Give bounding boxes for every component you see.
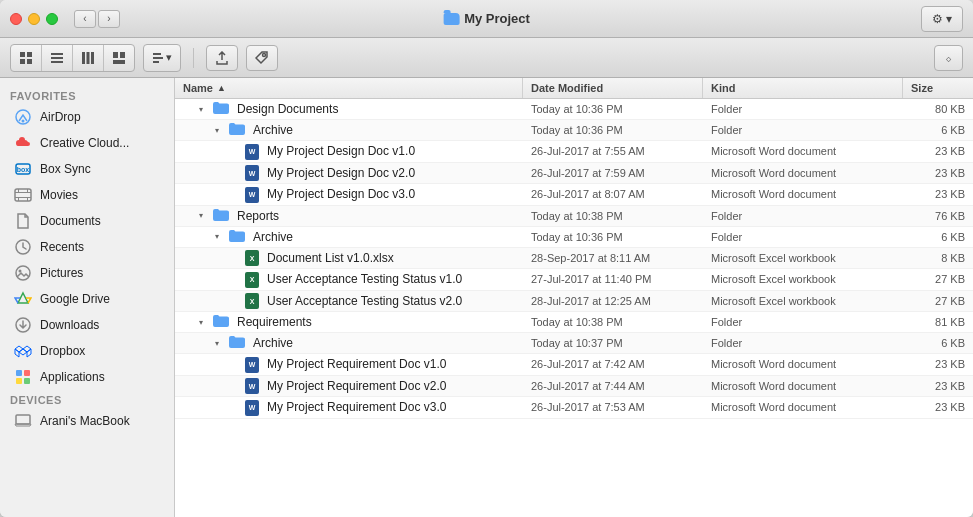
share-button[interactable] [206, 45, 238, 71]
sidebar-item-recents[interactable]: Recents [4, 234, 170, 260]
dropbox-toolbar-button[interactable]: ⬦ [934, 45, 963, 71]
table-row[interactable]: ▾ReportsToday at 10:38 PMFolder76 KB [175, 206, 973, 227]
sidebar-item-dropbox[interactable]: Dropbox [4, 338, 170, 364]
file-name: My Project Requirement Doc v1.0 [267, 357, 446, 371]
table-row[interactable]: WMy Project Requirement Doc v3.026-Jul-2… [175, 397, 973, 419]
window-title-area: My Project [443, 11, 530, 26]
table-row[interactable]: WMy Project Design Doc v1.026-Jul-2017 a… [175, 141, 973, 163]
folder-icon [213, 101, 229, 117]
svg-rect-2 [20, 59, 25, 64]
file-size: 23 KB [903, 165, 973, 181]
col-header-name[interactable]: Name ▲ [175, 78, 523, 98]
svg-text:box: box [17, 166, 30, 173]
file-table: Name ▲ Date Modified Kind Size ▾Design D… [175, 78, 973, 517]
table-body: ▾Design DocumentsToday at 10:36 PMFolder… [175, 99, 973, 419]
file-name: My Project Design Doc v2.0 [267, 166, 415, 180]
file-name: Requirements [237, 315, 312, 329]
sidebar-item-airdrop[interactable]: AirDrop [4, 104, 170, 130]
airdrop-icon [14, 108, 32, 126]
file-name: My Project Design Doc v1.0 [267, 144, 415, 158]
file-date: Today at 10:36 PM [523, 101, 703, 117]
svg-rect-0 [20, 52, 25, 57]
sidebar-item-downloads[interactable]: Downloads [4, 312, 170, 338]
table-row[interactable]: XUser Acceptance Testing Status v1.027-J… [175, 269, 973, 291]
dropbox-icon [14, 342, 32, 360]
file-kind: Folder [703, 335, 903, 351]
back-button[interactable]: ‹ [74, 10, 96, 28]
main-content: Name ▲ Date Modified Kind Size ▾Design D… [175, 78, 973, 517]
disclosure-triangle[interactable]: ▾ [211, 124, 223, 136]
svg-rect-7 [82, 52, 85, 64]
file-name: My Project Requirement Doc v2.0 [267, 379, 446, 393]
file-date: 26-Jul-2017 at 7:59 AM [523, 165, 703, 181]
file-kind: Microsoft Excel workbook [703, 293, 903, 309]
disclosure-triangle[interactable]: ▾ [195, 316, 207, 328]
table-row[interactable]: ▾RequirementsToday at 10:38 PMFolder81 K… [175, 312, 973, 333]
file-kind: Microsoft Word document [703, 378, 903, 394]
svg-rect-13 [153, 53, 161, 55]
file-size: 76 KB [903, 208, 973, 224]
arrange-button[interactable]: ▾ [144, 45, 180, 71]
action-dropdown-button[interactable]: ⚙ ▾ [921, 6, 963, 32]
table-row[interactable]: ▾ArchiveToday at 10:36 PMFolder6 KB [175, 227, 973, 248]
folder-icon [229, 335, 245, 351]
sidebar-item-movies[interactable]: Movies [4, 182, 170, 208]
sidebar-item-label: Pictures [40, 266, 83, 280]
col-header-kind[interactable]: Kind [703, 78, 903, 98]
svg-rect-4 [51, 53, 63, 55]
disclosure-triangle[interactable]: ▾ [211, 337, 223, 349]
nav-buttons: ‹ › [74, 10, 120, 28]
table-row[interactable]: XDocument List v1.0.xlsx28-Sep-2017 at 8… [175, 248, 973, 270]
sidebar-item-macbook[interactable]: Arani's MacBook [4, 408, 170, 434]
sidebar-item-documents[interactable]: Documents [4, 208, 170, 234]
sidebar-item-google-drive[interactable]: Google Drive [4, 286, 170, 312]
column-view-button[interactable] [73, 45, 104, 71]
maximize-button[interactable] [46, 13, 58, 25]
view-toggle-group [10, 44, 135, 72]
disclosure-triangle[interactable]: ▾ [211, 231, 223, 243]
file-date: Today at 10:36 PM [523, 229, 703, 245]
file-name: Archive [253, 123, 293, 137]
minimize-button[interactable] [28, 13, 40, 25]
file-name: User Acceptance Testing Status v1.0 [267, 272, 462, 286]
cover-flow-view-button[interactable] [104, 45, 134, 71]
file-kind: Folder [703, 314, 903, 330]
table-row[interactable]: WMy Project Requirement Doc v1.026-Jul-2… [175, 354, 973, 376]
file-date: 28-Jul-2017 at 12:25 AM [523, 293, 703, 309]
file-kind: Microsoft Word document [703, 356, 903, 372]
svg-rect-8 [87, 52, 90, 64]
file-size: 6 KB [903, 122, 973, 138]
word-doc-icon: W [245, 399, 259, 416]
table-row[interactable]: WMy Project Design Doc v2.026-Jul-2017 a… [175, 163, 973, 185]
table-row[interactable]: ▾ArchiveToday at 10:37 PMFolder6 KB [175, 333, 973, 354]
table-row[interactable]: ▾Design DocumentsToday at 10:36 PMFolder… [175, 99, 973, 120]
close-button[interactable] [10, 13, 22, 25]
svg-point-29 [16, 266, 30, 280]
file-kind: Microsoft Excel workbook [703, 271, 903, 287]
disclosure-triangle[interactable]: ▾ [195, 103, 207, 115]
svg-rect-15 [153, 61, 159, 63]
svg-point-18 [22, 120, 25, 123]
col-header-date[interactable]: Date Modified [523, 78, 703, 98]
title-folder-icon [443, 13, 459, 25]
icon-view-button[interactable] [11, 45, 42, 71]
table-row[interactable]: WMy Project Design Doc v3.026-Jul-2017 a… [175, 184, 973, 206]
table-row[interactable]: WMy Project Requirement Doc v2.026-Jul-2… [175, 376, 973, 398]
sidebar-item-applications[interactable]: Applications [4, 364, 170, 390]
sidebar-item-creative-cloud[interactable]: Creative Cloud... [4, 130, 170, 156]
disclosure-triangle[interactable]: ▾ [195, 210, 207, 222]
list-view-button[interactable] [42, 45, 73, 71]
svg-rect-23 [15, 197, 31, 198]
sidebar-item-pictures[interactable]: Pictures [4, 260, 170, 286]
folder-icon [229, 122, 245, 138]
table-row[interactable]: ▾ArchiveToday at 10:36 PMFolder6 KB [175, 120, 973, 141]
tag-button[interactable] [246, 45, 278, 71]
sidebar-item-label: Arani's MacBook [40, 414, 130, 428]
folder-icon [213, 208, 229, 224]
col-header-size[interactable]: Size [903, 78, 973, 98]
forward-button[interactable]: › [98, 10, 120, 28]
file-kind: Microsoft Word document [703, 399, 903, 415]
table-row[interactable]: XUser Acceptance Testing Status v2.028-J… [175, 291, 973, 313]
sidebar-item-box-sync[interactable]: box Box Sync [4, 156, 170, 182]
svg-rect-5 [51, 57, 63, 59]
